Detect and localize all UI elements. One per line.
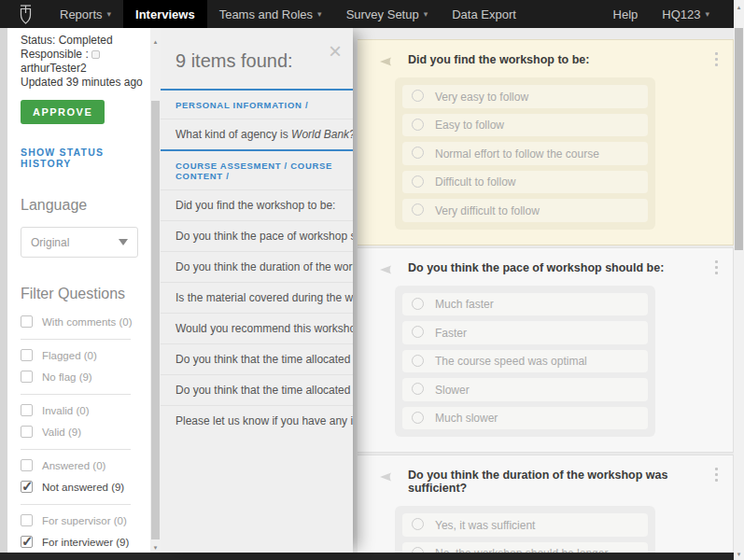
option-label: Very difficult to follow	[435, 203, 540, 217]
filter-for-supervisor[interactable]: For supervisor (0)	[21, 514, 145, 526]
answer-option[interactable]: Yes, it was sufficient	[402, 513, 648, 537]
radio-icon[interactable]	[412, 383, 424, 395]
nav-item-help[interactable]: Help	[601, 0, 651, 28]
answer-option[interactable]: Difficult to follow	[402, 171, 648, 194]
nav-label: HQ123	[662, 7, 700, 21]
kebab-menu-icon[interactable]	[715, 260, 718, 277]
answer-options: Yes, it was sufficient No, the workshop …	[395, 506, 655, 553]
radio-icon[interactable]	[412, 175, 424, 188]
radio-icon[interactable]	[412, 147, 424, 159]
answer-option[interactable]: Very difficult to follow	[402, 199, 648, 222]
result-item[interactable]: What kind of agency is World Bank?	[161, 119, 353, 149]
result-item[interactable]: Do you think that the time allocated for…	[161, 374, 353, 405]
checkbox-icon[interactable]	[21, 459, 33, 471]
question-card-workshop-duration: Do you think the duration of the worksho…	[358, 455, 734, 553]
close-icon[interactable]: ×	[329, 41, 342, 62]
question-card-workshop-difficulty: Did you find the workshop to be: Very ea…	[358, 39, 734, 245]
result-item[interactable]: Would you recommend this workshop to ...	[161, 313, 353, 343]
scroll-up-icon[interactable]: ▴	[150, 37, 161, 47]
nav-item-interviews[interactable]: Interviews	[123, 0, 207, 28]
radio-icon[interactable]	[412, 90, 424, 102]
flag-icon[interactable]	[378, 262, 392, 279]
question-card-workshop-pace: Do you think the pace of workshop should…	[358, 247, 734, 454]
filter-questions-heading: Filter Questions	[21, 286, 145, 302]
option-label: Faster	[435, 326, 467, 340]
filter-label: With comments (0)	[42, 316, 133, 328]
answer-option[interactable]: Faster	[402, 321, 648, 344]
app-logo[interactable]	[0, 0, 48, 28]
filter-label: Valid (9)	[42, 427, 81, 438]
radio-icon[interactable]	[412, 203, 424, 216]
show-status-history-link[interactable]: SHOW STATUS HISTORY	[21, 147, 145, 169]
window-left-edge	[0, 28, 7, 553]
radio-icon[interactable]	[412, 355, 424, 367]
result-item[interactable]: Did you find the workshop to be:	[161, 189, 353, 220]
scroll-down-icon[interactable]: ▾	[734, 550, 744, 559]
option-label: Easy to follow	[435, 119, 504, 133]
answer-option[interactable]: Slower	[402, 378, 648, 401]
question-title: Do you think the duration of the worksho…	[408, 469, 695, 495]
filter-valid[interactable]: Valid (9)	[21, 426, 145, 438]
sidebar-scrollbar-thumb[interactable]	[151, 101, 160, 539]
approve-button[interactable]: APPROVE	[21, 100, 105, 124]
filter-flagged[interactable]: Flagged (0)	[21, 349, 145, 361]
breadcrumb-course-assesment[interactable]: COURSE ASSESMENT / COURSE CONTENT /	[161, 151, 353, 189]
filter-invalid[interactable]: Invalid (0)	[21, 404, 145, 416]
result-item[interactable]: Do you think that the time allocated for…	[161, 343, 353, 374]
result-item[interactable]: Do you think the pace of workshop shoul.…	[161, 220, 353, 251]
result-item[interactable]: Please let us know if you have any ideas…	[161, 405, 353, 436]
radio-icon[interactable]	[412, 412, 424, 424]
filter-for-interviewer[interactable]: For interviewer (9)	[21, 536, 145, 548]
nav-account-menu[interactable]: HQ123 ▾	[650, 0, 734, 28]
language-selected-value: Original	[31, 236, 69, 249]
result-item[interactable]: Do you think the duration of the worksho…	[161, 251, 353, 282]
answer-option[interactable]: Very easy to follow	[402, 85, 648, 108]
nav-item-teams-and-roles[interactable]: Teams and Roles ▾	[207, 0, 334, 28]
filter-no-flag[interactable]: No flag (9)	[21, 371, 145, 383]
window-scrollbar[interactable]: ▴ ▾	[734, 0, 744, 560]
filter-label: No flag (9)	[42, 371, 92, 383]
checkbox-icon[interactable]	[21, 404, 33, 416]
language-dropdown[interactable]: Original	[21, 227, 138, 258]
scroll-up-icon[interactable]: ▴	[734, 3, 744, 12]
flag-icon[interactable]	[378, 54, 392, 71]
scroll-down-icon[interactable]: ▾	[150, 543, 161, 553]
sidebar-scrollbar[interactable]: ▴ ▾	[150, 28, 161, 553]
checkbox-icon[interactable]	[21, 481, 33, 493]
nav-spacer	[528, 0, 601, 28]
nav-item-data-export[interactable]: Data Export	[440, 0, 528, 28]
radio-icon[interactable]	[412, 326, 424, 338]
kebab-menu-icon[interactable]	[715, 468, 718, 484]
kebab-menu-icon[interactable]	[715, 52, 718, 69]
radio-icon[interactable]	[412, 298, 424, 310]
answer-option[interactable]: No, the workshop should be longer	[402, 542, 648, 553]
checkbox-icon[interactable]	[21, 371, 33, 383]
filter-with-comments[interactable]: With comments (0)	[21, 315, 145, 328]
divider	[21, 394, 131, 395]
answer-option[interactable]: The course speed was optimal	[402, 350, 648, 373]
interview-details-sidebar: Status: Completed Responsible :arthurTes…	[7, 28, 150, 553]
checkbox-icon[interactable]	[21, 514, 33, 526]
breadcrumb-personal-information[interactable]: PERSONAL INFORMATION /	[161, 91, 353, 119]
responsible-label: Responsible :	[21, 48, 89, 61]
answer-option[interactable]: Much slower	[402, 407, 648, 430]
result-item[interactable]: Is the material covered during the works…	[161, 282, 353, 313]
checkbox-icon[interactable]	[21, 349, 33, 361]
radio-icon[interactable]	[412, 518, 424, 530]
chevron-down-icon: ▾	[705, 9, 709, 19]
answer-option[interactable]: Much faster	[402, 293, 648, 316]
radio-icon[interactable]	[412, 119, 424, 131]
filter-label: Flagged (0)	[42, 350, 97, 361]
top-nav: Reports ▾ Interviews Teams and Roles ▾ S…	[0, 0, 734, 28]
nav-item-survey-setup[interactable]: Survey Setup ▾	[334, 0, 441, 28]
checkbox-icon[interactable]	[21, 536, 33, 548]
flag-icon[interactable]	[378, 469, 392, 486]
filter-not-answered[interactable]: Not answered (9)	[21, 481, 145, 493]
filter-answered[interactable]: Answered (0)	[21, 459, 145, 471]
answer-option[interactable]: Normal effort to follow the course	[402, 142, 648, 165]
window-scrollbar-thumb[interactable]	[735, 28, 743, 250]
checkbox-icon[interactable]	[21, 315, 33, 328]
checkbox-icon[interactable]	[21, 426, 33, 438]
nav-item-reports[interactable]: Reports ▾	[48, 0, 123, 28]
answer-option[interactable]: Easy to follow	[402, 114, 648, 137]
